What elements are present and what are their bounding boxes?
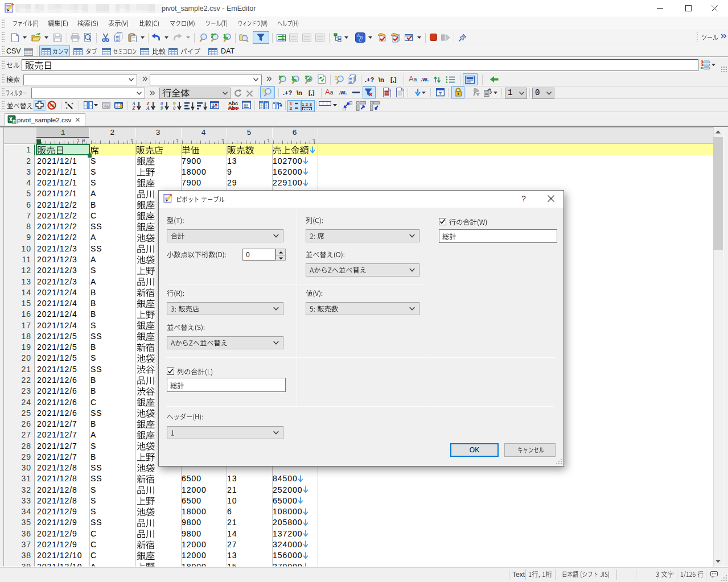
svg-text:Z: Z (131, 105, 135, 110)
svg-text:A: A (146, 105, 150, 110)
svg-text:1 2 3: 1 2 3 (302, 102, 312, 107)
svg-text:0: 0 (173, 105, 176, 110)
svg-text:C: C (359, 38, 362, 43)
svg-text:a: a (13, 119, 15, 123)
svg-text:abc: abc (244, 105, 249, 108)
svg-text:2: 2 (290, 106, 293, 110)
svg-text:9: 9 (161, 105, 163, 110)
